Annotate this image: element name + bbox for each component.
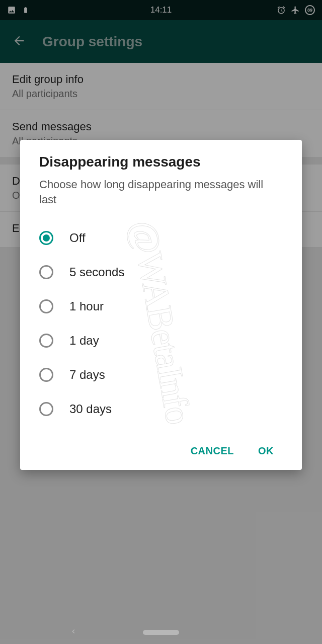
ok-button[interactable]: OK [255,441,277,461]
radio-label: 5 seconds [69,265,124,279]
radio-label: Off [69,231,86,245]
radio-option-1-hour[interactable]: 1 hour [39,289,283,324]
radio-option-1-day[interactable]: 1 day [39,324,283,358]
dialog-title: Disappearing messages [39,154,283,170]
radio-button-icon [39,368,53,382]
radio-label: 1 hour [69,299,104,313]
radio-option-7-days[interactable]: 7 days [39,358,283,392]
radio-button-icon [39,231,53,245]
radio-option-5-seconds[interactable]: 5 seconds [39,255,283,289]
radio-list: Off 5 seconds 1 hour 1 day 7 days 30 day… [39,221,283,426]
disappearing-messages-dialog: Disappearing messages Choose how long di… [20,140,302,470]
radio-label: 30 days [69,402,112,416]
radio-label: 7 days [69,368,105,382]
radio-option-30-days[interactable]: 30 days [39,392,283,426]
cancel-button[interactable]: CANCEL [188,441,237,461]
radio-button-icon [39,402,53,416]
radio-button-icon [39,299,53,313]
dialog-actions: CANCEL OK [39,441,283,461]
dialog-subtitle: Choose how long disappearing messages wi… [39,177,283,207]
radio-label: 1 day [69,334,99,348]
radio-option-off[interactable]: Off [39,221,283,255]
radio-button-icon [39,334,53,348]
radio-button-icon [39,265,53,279]
